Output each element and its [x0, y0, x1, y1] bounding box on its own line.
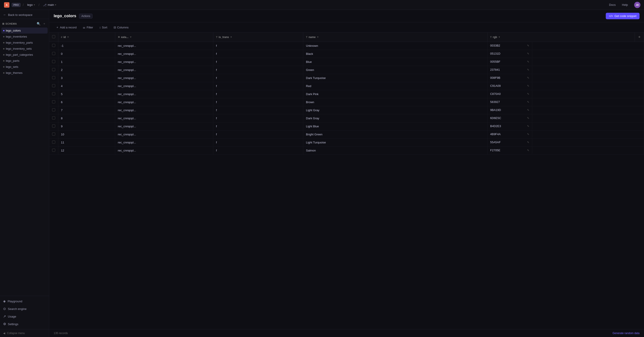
sidebar: ← Back to workspace ⊞ Schema 🔍 ＋ lego_co… — [0, 10, 49, 337]
row-name: Dark Turquoise — [303, 74, 488, 82]
avatar[interactable]: JD — [634, 2, 640, 8]
row-edit-icon[interactable]: ✎ — [527, 44, 529, 47]
row-edit-icon[interactable]: ✎ — [527, 149, 529, 152]
sidebar-bottom-settings[interactable]: ⚙Settings — [1, 320, 48, 328]
row-edit-icon[interactable]: ✎ — [527, 101, 529, 104]
plus-icon: ＋ — [56, 25, 59, 29]
row-checkbox-cell — [49, 139, 58, 147]
row-xata: rec_cnnqopl... — [115, 106, 213, 114]
generate-random-data-link[interactable]: Generate random data — [612, 332, 640, 335]
row-xata: rec_cnnqopl... — [115, 50, 213, 58]
row-edit-icon[interactable]: ✎ — [527, 117, 529, 120]
name-sort-icon[interactable]: ▼ — [317, 36, 319, 38]
row-checkbox[interactable] — [52, 141, 55, 144]
page-title: lego_colors — [54, 14, 76, 18]
help-link[interactable]: Help — [622, 3, 628, 7]
sidebar-item-lego-part-categories[interactable]: lego_part_categories — [1, 52, 48, 58]
row-is-trans: f — [213, 130, 303, 139]
row-extra — [635, 139, 644, 147]
row-id: 2 — [58, 66, 115, 74]
id-sort-icon[interactable]: ▼ — [67, 36, 69, 38]
row-checkbox[interactable] — [52, 52, 55, 55]
schema-actions: 🔍 ＋ — [36, 21, 47, 26]
sidebar-item-lego-parts[interactable]: lego_parts — [1, 58, 48, 64]
sidebar-item-lego-inventory-parts[interactable]: lego_inventory_parts — [1, 40, 48, 46]
filter-button[interactable]: ⚌ Filter — [80, 25, 95, 30]
xata-sort-icon[interactable]: ▼ — [130, 36, 132, 38]
sidebar-item-lego-inventory-sets[interactable]: lego_inventory_sets — [1, 46, 48, 52]
row-rgb: 583927✎ — [488, 98, 532, 106]
actions-button[interactable]: Actions — [79, 14, 92, 19]
row-checkbox[interactable] — [52, 108, 55, 111]
sidebar-bottom-search-engine[interactable]: ⊙Search engine — [1, 305, 48, 313]
add-record-button[interactable]: ＋ Add a record — [54, 24, 79, 31]
row-name: Blue — [303, 58, 488, 66]
row-edit-icon[interactable]: ✎ — [527, 133, 529, 136]
table-row: 2rec_cnnqopl...fGreen237841✎ — [49, 66, 644, 74]
row-name: Black — [303, 50, 488, 58]
rgb-sort-icon[interactable]: ▼ — [498, 36, 500, 38]
back-to-workspace[interactable]: ← Back to workspace — [0, 10, 49, 19]
row-edit-icon[interactable]: ✎ — [527, 68, 529, 71]
sidebar-bottom-usage[interactable]: ↗Usage — [1, 313, 48, 320]
table-row: 7rec_cnnqopl...fLight Gray9BA19D✎ — [49, 106, 644, 114]
row-checkbox[interactable] — [52, 116, 55, 120]
row-edit-icon[interactable]: ✎ — [527, 60, 529, 63]
table-row: 0rec_cnnqopl...fBlack05131D✎ — [49, 50, 644, 58]
row-checkbox[interactable] — [52, 132, 55, 136]
row-name: Unknown — [303, 42, 488, 50]
columns-button[interactable]: ⊟ Columns — [111, 25, 131, 30]
row-checkbox[interactable] — [52, 84, 55, 87]
search-icon[interactable]: 🔍 — [36, 21, 41, 26]
sidebar-item-lego-sets[interactable]: lego_sets — [1, 64, 48, 70]
row-edit-icon[interactable]: ✎ — [527, 92, 529, 96]
select-all-checkbox[interactable] — [52, 35, 55, 38]
branch-icon: ⎇ — [43, 3, 46, 7]
sort-icon: ↕ — [99, 26, 101, 29]
add-table-icon[interactable]: ＋ — [42, 21, 47, 26]
topbar: A PRO / lego ▾ / ⎇ main ▾ Docs Help JD — [0, 0, 644, 10]
sidebar-bottom-playground[interactable]: ◈Playground — [1, 297, 48, 305]
name-column-header: T name ▼ — [303, 33, 488, 42]
is-trans-sort-icon[interactable]: ▼ — [230, 36, 232, 38]
bottom-item-label: Usage — [8, 315, 16, 318]
row-checkbox-cell — [49, 98, 58, 106]
row-is-trans: f — [213, 66, 303, 74]
row-checkbox[interactable] — [52, 100, 55, 103]
table-row: 9rec_cnnqopl...fLight BlueB4D2E3✎ — [49, 122, 644, 130]
back-arrow-icon: ← — [3, 13, 6, 17]
table-row: 3rec_cnnqopl...fDark Turquoise008F9B✎ — [49, 74, 644, 82]
row-edit-icon[interactable]: ✎ — [527, 141, 529, 144]
collapse-label: Collapse menu — [7, 332, 25, 335]
get-code-button[interactable]: </> Get code snippet — [606, 13, 640, 19]
row-checkbox[interactable] — [52, 76, 55, 79]
row-checkbox[interactable] — [52, 149, 55, 152]
row-edit-icon[interactable]: ✎ — [527, 125, 529, 128]
row-edit-icon[interactable]: ✎ — [527, 109, 529, 112]
row-edit-icon[interactable]: ✎ — [527, 52, 529, 55]
row-checkbox[interactable] — [52, 44, 55, 47]
add-column-header[interactable]: ＋ — [635, 33, 644, 42]
row-edit-icon[interactable]: ✎ — [527, 76, 529, 80]
row-checkbox-cell — [49, 58, 58, 66]
sidebar-item-lego-colors[interactable]: lego_colors — [1, 28, 48, 34]
row-is-trans: f — [213, 82, 303, 90]
row-checkbox[interactable] — [52, 60, 55, 63]
project-selector[interactable]: lego ▾ — [26, 3, 36, 7]
sidebar-item-lego-themes[interactable]: lego_themes — [1, 70, 48, 76]
docs-link[interactable]: Docs — [609, 3, 616, 7]
row-name: Red — [303, 82, 488, 90]
sidebar-item-lego-inventories[interactable]: lego_inventories — [1, 34, 48, 40]
row-checkbox[interactable] — [52, 68, 55, 71]
row-checkbox-cell — [49, 50, 58, 58]
collapse-menu[interactable]: ◀ Collapse menu — [0, 329, 49, 337]
logo[interactable]: A — [4, 2, 10, 8]
row-checkbox[interactable] — [52, 124, 55, 128]
row-checkbox[interactable] — [52, 92, 55, 95]
branch-selector[interactable]: ⎇ main ▾ — [42, 3, 58, 8]
row-edit-icon[interactable]: ✎ — [527, 84, 529, 88]
row-name: Light Turquoise — [303, 139, 488, 147]
sort-button[interactable]: ↕ Sort — [97, 25, 109, 30]
name-type-icon: T — [306, 36, 308, 39]
usage-icon: ↗ — [3, 314, 6, 318]
